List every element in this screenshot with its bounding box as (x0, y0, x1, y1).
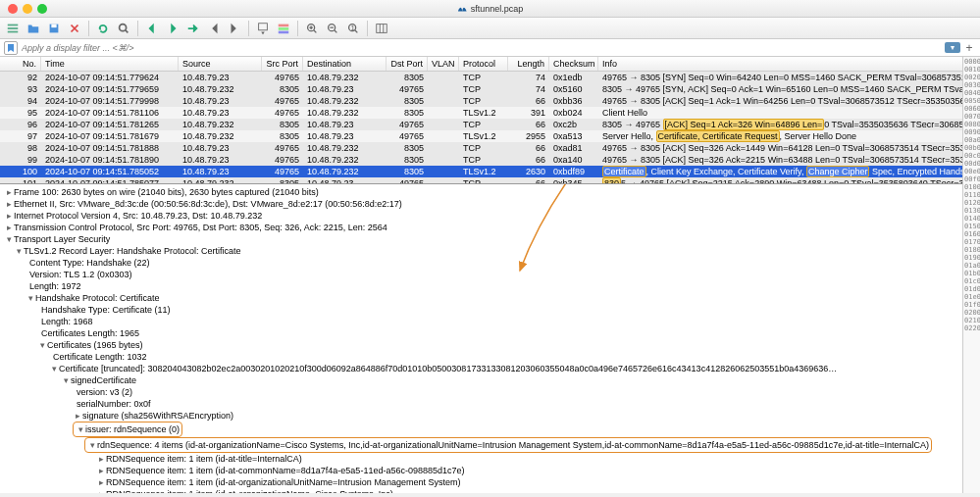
jump-icon[interactable] (184, 20, 202, 37)
first-icon[interactable] (205, 20, 223, 37)
collapse-icon[interactable]: ▾ (37, 339, 47, 351)
expand-icon[interactable]: ▸ (73, 410, 82, 422)
zoom-in-icon[interactable] (303, 20, 321, 37)
zoom-reset-icon[interactable]: 1 (344, 20, 362, 37)
col-vlan[interactable]: VLAN (428, 57, 459, 71)
close-file-icon[interactable] (66, 20, 83, 37)
issuer-rdn-highlight: ▾rdnSequence: 4 items (id-at-organizatio… (84, 437, 932, 453)
colorize-icon[interactable] (275, 20, 292, 37)
svg-rect-4 (51, 24, 56, 27)
svg-rect-0 (8, 24, 19, 25)
packet-list-header: No. Time Source Src Port Destination Dst… (0, 57, 980, 72)
reload-icon[interactable] (94, 20, 112, 37)
expand-icon[interactable]: ▸ (96, 488, 106, 493)
display-filter-input[interactable] (22, 43, 945, 53)
packet-list[interactable]: No. Time Source Src Port Destination Dst… (0, 57, 980, 184)
bookmark-icon[interactable] (4, 41, 18, 55)
svg-rect-7 (279, 24, 289, 26)
expand-icon[interactable]: ▸ (4, 198, 14, 210)
packet-row[interactable]: 972024-10-07 09:14:51.78167910.48.79.232… (0, 130, 980, 142)
col-dstport[interactable]: Dst Port (387, 57, 428, 71)
collapse-icon[interactable]: ▾ (4, 233, 14, 245)
collapse-icon[interactable]: ▾ (87, 439, 97, 451)
expand-icon[interactable]: ▸ (96, 465, 106, 476)
collapse-icon[interactable]: ▾ (76, 423, 85, 435)
col-time[interactable]: Time (41, 57, 179, 71)
expand-icon[interactable]: ▸ (4, 222, 14, 233)
zoom-out-icon[interactable] (324, 20, 341, 37)
prev-icon[interactable] (143, 20, 161, 37)
svg-point-5 (120, 24, 127, 30)
hex-gutter: 0000001000200030004000500060007000800090… (962, 57, 980, 493)
minimize-icon[interactable] (23, 4, 32, 14)
packet-row[interactable]: 982024-10-07 09:14:51.78188810.48.79.234… (0, 142, 980, 154)
col-length[interactable]: Length (508, 57, 549, 71)
packet-row[interactable]: 992024-10-07 09:14:51.78189010.48.79.234… (0, 154, 980, 166)
svg-rect-1 (8, 27, 19, 29)
resize-cols-icon[interactable] (373, 20, 390, 37)
find-icon[interactable] (115, 20, 132, 37)
add-filter-icon[interactable]: + (962, 41, 976, 55)
col-proto[interactable]: Protocol (459, 57, 508, 71)
packet-row[interactable]: 952024-10-07 09:14:51.78110610.48.79.234… (0, 107, 980, 119)
svg-rect-14 (377, 24, 387, 32)
filter-bar: ▾ + (0, 39, 980, 57)
last-icon[interactable] (226, 20, 243, 37)
autoscroll-icon[interactable] (254, 20, 272, 37)
close-icon[interactable] (8, 4, 18, 14)
col-dest[interactable]: Destination (303, 57, 387, 71)
list-icon[interactable] (4, 20, 22, 37)
maximize-icon[interactable] (37, 4, 47, 14)
expand-icon[interactable]: ▸ (96, 476, 106, 488)
filter-dropdown[interactable]: ▾ (945, 42, 960, 53)
packet-row[interactable]: 942024-10-07 09:14:51.77999810.48.79.234… (0, 95, 980, 107)
packet-row[interactable]: 962024-10-07 09:14:51.78126510.48.79.232… (0, 119, 980, 130)
main-toolbar: 1 (0, 18, 980, 39)
packet-row[interactable]: 922024-10-07 09:14:51.77962410.48.79.234… (0, 72, 980, 83)
col-info[interactable]: Info (598, 57, 980, 71)
svg-text:1: 1 (350, 23, 354, 31)
packet-row[interactable]: 1002024-10-07 09:14:51.78505210.48.79.23… (0, 166, 980, 177)
window-title: sftunnel.pcap (457, 4, 524, 14)
col-checksum[interactable]: Checksum (549, 57, 598, 71)
packet-details[interactable]: ▸Frame 100: 2630 bytes on wire (21040 bi… (0, 184, 980, 493)
titlebar: sftunnel.pcap (0, 0, 980, 18)
expand-icon[interactable]: ▸ (4, 210, 14, 222)
svg-rect-2 (8, 30, 19, 32)
wireshark-icon (457, 4, 467, 14)
issuer-highlight: ▾issuer: rdnSequence (0) (73, 422, 182, 437)
svg-rect-8 (279, 27, 289, 30)
col-srcport[interactable]: Src Port (262, 57, 303, 71)
collapse-icon[interactable]: ▾ (26, 292, 35, 304)
col-no[interactable]: No. (0, 57, 41, 71)
svg-rect-9 (279, 30, 289, 33)
expand-icon[interactable]: ▸ (4, 186, 14, 198)
col-source[interactable]: Source (179, 57, 262, 71)
collapse-icon[interactable]: ▾ (14, 245, 24, 257)
packet-row[interactable]: 932024-10-07 09:14:51.77965910.48.79.232… (0, 83, 980, 95)
save-icon[interactable] (45, 20, 63, 37)
window-controls (0, 4, 47, 14)
next-icon[interactable] (164, 20, 181, 37)
expand-icon[interactable]: ▸ (96, 453, 106, 465)
folder-icon[interactable] (25, 20, 42, 37)
collapse-icon[interactable]: ▾ (49, 363, 59, 374)
packet-row[interactable]: 1012024-10-07 09:14:51.78507710.48.79.23… (0, 177, 980, 184)
svg-rect-6 (259, 23, 268, 29)
collapse-icon[interactable]: ▾ (61, 374, 71, 386)
